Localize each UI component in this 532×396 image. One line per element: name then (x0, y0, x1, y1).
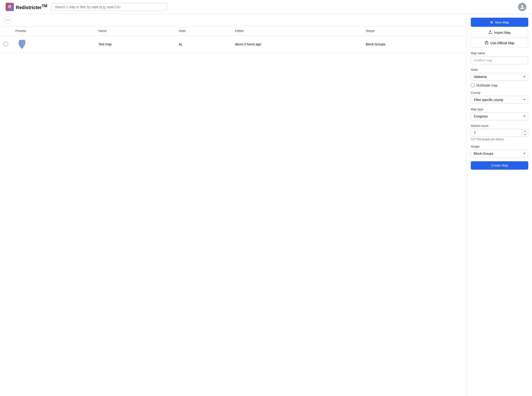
col-checkbox (0, 26, 12, 36)
district-count-up-button[interactable]: ▲ (522, 129, 528, 133)
map-thumbnail-svg (17, 39, 28, 50)
row-state: AL (175, 36, 231, 53)
shape-label: Shape (471, 145, 528, 148)
plus-circle-icon: ⊕ (490, 20, 493, 24)
svg-rect-1 (485, 42, 488, 44)
state-select[interactable]: Alabama Alaska Arizona Arkansas Californ… (471, 73, 528, 81)
row-checkbox[interactable] (4, 42, 8, 46)
logo-link[interactable]: R RedistricterTM (6, 3, 47, 11)
shape-section: Shape Block Groups Voting Districts Cens… (471, 145, 528, 157)
multistate-checkbox[interactable] (471, 83, 474, 87)
map-name-input[interactable] (471, 56, 528, 64)
col-shape: Shape (362, 26, 467, 36)
map-type-label: Map type (471, 107, 528, 111)
map-type-select[interactable]: Congress State Senate State House (471, 112, 528, 120)
district-count-down-button[interactable]: ▼ (522, 133, 528, 137)
district-count-label: District count (471, 124, 528, 128)
row-edited: about 3 hours ago (231, 36, 362, 53)
map-preview-thumbnail (15, 38, 29, 50)
district-count-section: District count ▲ ▼ 717,754 people per di… (471, 124, 528, 141)
use-official-map-button[interactable]: Use Official Map (471, 38, 528, 48)
state-label: State (471, 68, 528, 71)
sidebar-panel: ⊕ New Map Import Map (467, 14, 532, 396)
app-header: R RedistricterTM (0, 0, 532, 14)
row-name: Test map (95, 36, 175, 53)
col-state: State (175, 26, 231, 36)
main-layout: − Preview Name State Edited Shape (0, 14, 532, 396)
district-count-input[interactable] (471, 129, 528, 137)
new-map-button[interactable]: ⊕ New Map (471, 18, 528, 27)
state-section: State Alabama Alaska Arizona Arkansas Ca… (471, 68, 528, 81)
col-edited: Edited (231, 26, 362, 36)
district-count-wrapper: ▲ ▼ (471, 129, 528, 137)
import-map-button[interactable]: Import Map (471, 28, 528, 37)
col-name: Name (95, 26, 175, 36)
app-name: RedistricterTM (16, 4, 47, 10)
collapse-button[interactable]: − (5, 17, 11, 23)
spinner-buttons: ▲ ▼ (522, 129, 528, 137)
people-per-district-text: 717,754 people per district (471, 138, 528, 141)
user-icon (520, 5, 525, 9)
logo-icon: R (6, 3, 14, 11)
map-name-section: Map name (471, 52, 528, 64)
search-input[interactable] (51, 3, 167, 11)
maps-table: Preview Name State Edited Shape (0, 26, 467, 53)
col-preview: Preview (12, 26, 95, 36)
table-toolbar: − (0, 14, 467, 26)
map-type-section: Map type Congress State Senate State Hou… (471, 107, 528, 120)
table-header: Preview Name State Edited Shape (0, 26, 467, 36)
map-name-label: Map name (471, 52, 528, 55)
table-row: Test map AL about 3 hours ago Block Grou… (0, 36, 467, 53)
county-select[interactable]: Filter specific county (471, 96, 528, 104)
multistate-label: Multistate map (476, 83, 497, 87)
user-avatar[interactable] (518, 3, 526, 11)
row-shape: Block Groups (362, 36, 467, 53)
create-map-button[interactable]: Create Map (471, 161, 528, 170)
county-label: County (471, 91, 528, 94)
multistate-row: Multistate map (471, 83, 528, 87)
upload-icon (488, 30, 492, 35)
shape-select[interactable]: Block Groups Voting Districts Census Tra… (471, 150, 528, 157)
county-section: County Filter specific county (471, 91, 528, 104)
building-icon (485, 41, 488, 45)
table-section: − Preview Name State Edited Shape (0, 14, 467, 396)
app-trademark: TM (42, 4, 47, 8)
